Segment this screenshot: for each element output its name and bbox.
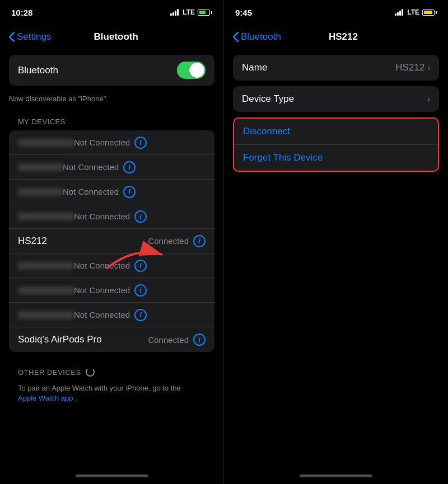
hs212-status: Connected <box>148 236 189 246</box>
hs212-device-row[interactable]: HS212 Connected i <box>9 229 214 253</box>
info-button[interactable]: i <box>134 260 147 272</box>
device-name-blurred <box>18 262 74 270</box>
device-name-blurred <box>18 163 63 171</box>
apple-watch-description: To pair an Apple Watch with your iPhone,… <box>0 381 223 406</box>
bluetooth-label: Bluetooth <box>18 65 58 76</box>
device-type-chevron-icon: › <box>427 95 430 104</box>
forget-row[interactable]: Forget This Device <box>234 145 438 171</box>
name-card: Name HS212 › <box>233 55 439 81</box>
status-bar-right: 9:45 LTE <box>224 0 448 25</box>
signal-icon <box>170 9 179 16</box>
info-button[interactable]: i <box>134 309 147 321</box>
info-button[interactable]: i <box>123 161 136 173</box>
device-status: Not Connected <box>63 162 119 172</box>
left-content: Bluetooth Now discoverable as "iPhone". … <box>0 49 223 467</box>
chevron-right-icon: › <box>427 63 430 72</box>
back-button-right[interactable]: Bluetooth <box>233 31 281 43</box>
device-type-row[interactable]: Device Type › <box>233 86 439 112</box>
list-item[interactable]: Not Connected i <box>9 130 214 155</box>
list-item[interactable]: Not Connected i <box>9 278 214 303</box>
home-indicator-left <box>0 467 223 484</box>
battery-icon-right <box>422 10 437 16</box>
scanning-spinner <box>86 368 95 377</box>
discoverable-text: Now discoverable as "iPhone". <box>0 91 223 109</box>
airpods-name: Sodiq's AirPods Pro <box>18 334 148 345</box>
list-item[interactable]: Not Connected i <box>9 204 214 229</box>
name-row[interactable]: Name HS212 › <box>233 55 439 81</box>
bluetooth-toggle[interactable] <box>177 62 206 79</box>
lte-label: LTE <box>183 8 195 16</box>
list-item[interactable]: Not Connected i <box>9 303 214 327</box>
other-header-label: OTHER DEVICES <box>18 368 81 377</box>
list-item[interactable]: Not Connected i <box>9 253 214 278</box>
device-status: Not Connected <box>74 285 130 295</box>
device-name-blurred <box>18 213 74 220</box>
device-type-label: Device Type <box>242 93 294 105</box>
apple-watch-app-link[interactable]: Apple Watch app <box>18 394 73 402</box>
right-content: Name HS212 › Device Type › Disconnect Fo… <box>224 49 448 467</box>
battery-icon <box>198 10 212 16</box>
info-button[interactable]: i <box>123 186 136 198</box>
left-screen: 10:28 LTE Settings Bluetooth <box>0 0 224 484</box>
status-icons-right: LTE <box>395 8 437 16</box>
airpods-status: Connected <box>148 335 189 345</box>
nav-bar-left: Settings Bluetooth <box>0 25 223 49</box>
hs212-info-button[interactable]: i <box>193 235 206 247</box>
time-right: 9:45 <box>235 8 252 17</box>
my-devices-header: MY DEVICES <box>0 109 223 130</box>
list-item[interactable]: Not Connected i <box>9 155 214 180</box>
disconnect-button[interactable]: Disconnect <box>243 126 290 137</box>
nav-bar-right: Bluetooth HS212 <box>224 25 448 49</box>
back-label-left: Settings <box>17 31 51 43</box>
airpods-device-row[interactable]: Sodiq's AirPods Pro Connected i <box>9 327 214 352</box>
actions-card: Disconnect Forget This Device <box>233 118 439 172</box>
forget-button[interactable]: Forget This Device <box>243 152 323 163</box>
other-devices-section: OTHER DEVICES To pair an Apple Watch wit… <box>0 363 223 406</box>
device-type-card: Device Type › <box>233 86 439 112</box>
lte-label-right: LTE <box>407 8 419 16</box>
device-name-blurred <box>18 139 74 147</box>
info-button[interactable]: i <box>134 284 147 297</box>
device-status: Not Connected <box>74 261 130 270</box>
device-list: Not Connected i Not Connected i Not Conn… <box>9 130 214 352</box>
status-bar-left: 10:28 LTE <box>0 0 223 25</box>
bluetooth-toggle-row: Bluetooth <box>9 55 214 86</box>
hs212-name: HS212 <box>18 236 148 247</box>
info-button[interactable]: i <box>134 210 147 223</box>
bluetooth-toggle-card: Bluetooth <box>9 55 214 86</box>
device-status: Not Connected <box>74 212 130 221</box>
right-screen: 9:45 LTE Bluetooth HS212 <box>224 0 448 484</box>
time-left: 10:28 <box>11 8 32 17</box>
name-value-group: HS212 › <box>395 62 430 73</box>
name-label: Name <box>242 62 267 73</box>
device-status: Not Connected <box>74 310 130 319</box>
list-item[interactable]: Not Connected i <box>9 180 214 204</box>
signal-icon-right <box>395 9 403 16</box>
page-title-left: Bluetooth <box>94 31 138 43</box>
back-button-left[interactable]: Settings <box>9 31 51 43</box>
other-devices-header: OTHER DEVICES <box>0 363 223 381</box>
device-status: Not Connected <box>63 187 119 196</box>
device-status: Not Connected <box>74 138 130 147</box>
device-name-blurred <box>18 311 74 319</box>
page-title-right: HS212 <box>329 31 358 43</box>
device-name-blurred <box>18 286 74 294</box>
name-value: HS212 <box>395 62 424 73</box>
disconnect-row[interactable]: Disconnect <box>234 119 438 145</box>
back-label-right: Bluetooth <box>241 31 281 43</box>
airpods-info-button[interactable]: i <box>193 333 206 346</box>
device-name-blurred <box>18 188 63 196</box>
home-indicator-right <box>224 467 448 484</box>
status-icons-left: LTE <box>170 8 212 16</box>
info-button[interactable]: i <box>134 137 147 149</box>
